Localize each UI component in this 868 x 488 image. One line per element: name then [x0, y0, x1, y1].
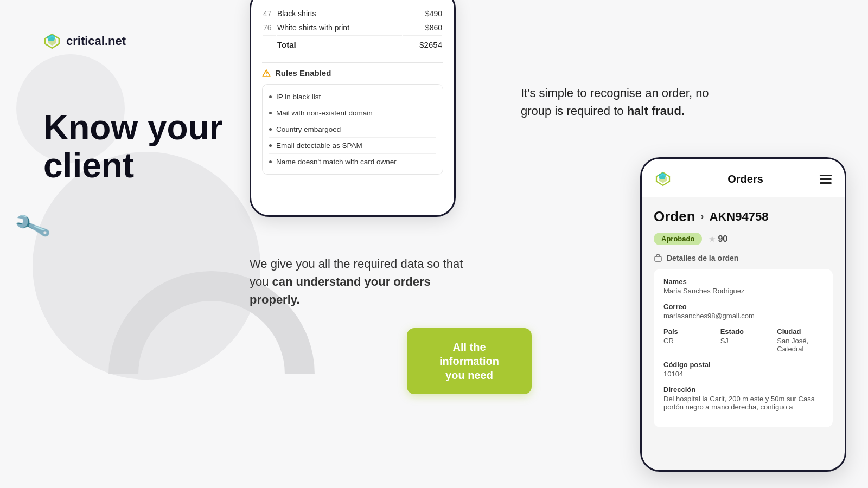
codigo-label: Código postal — [663, 361, 823, 369]
total-empty — [263, 35, 276, 52]
rules-header: Rules Enabled — [262, 68, 443, 78]
order-id: AKN94758 — [710, 210, 769, 224]
correo-value: mariasanches98@gmail.com — [663, 312, 823, 320]
middle-text-paragraph: We give you all the required data so tha… — [250, 255, 467, 309]
pais-value: CR — [663, 337, 710, 345]
status-badge: Aprobado — [654, 233, 702, 245]
table-total-row: Total $2654 — [263, 35, 442, 52]
ciudad-value: San José, Catedral — [777, 337, 823, 353]
cta-button[interactable]: All the information you need — [407, 328, 532, 394]
left-section: Know yourclient — [43, 108, 223, 207]
row-price: $490 — [403, 7, 442, 20]
rule-text: Country embargoed — [276, 125, 341, 133]
phone-header-title: Orders — [727, 173, 763, 185]
right-text-section: It's simple to recognise an order, no gr… — [521, 84, 722, 120]
pais-col: País CR — [663, 328, 710, 353]
hamburger-icon[interactable] — [820, 175, 832, 184]
estado-label: Estado — [720, 328, 767, 336]
detail-field-correo: Correo mariasanches98@gmail.com — [663, 303, 823, 320]
total-label: Total — [277, 35, 402, 52]
detail-card: Names Maria Sanches Rodriguez Correo mar… — [654, 269, 833, 427]
list-item: Email detectable as SPAM — [269, 138, 436, 154]
direccion-value: Del hospital la Carit, 200 m este y 50m … — [663, 395, 823, 411]
star-icon: ★ — [709, 234, 716, 244]
phone-shell-orders: Orders Orden › AKN94758 Aprobado ★ 90 — [640, 157, 846, 472]
ciudad-col: Ciudad San José, Catedral — [777, 328, 823, 353]
section-header: Detalles de la orden — [654, 254, 833, 262]
row-num: 76 — [263, 21, 276, 34]
phone-header-bar: Orders — [642, 159, 845, 197]
row-price: $860 — [403, 21, 442, 34]
detail-row-location: País CR Estado SJ Ciudad San José, Cated… — [663, 328, 823, 353]
bullet-icon — [269, 112, 272, 114]
pais-label: País — [663, 328, 710, 336]
estado-value: SJ — [720, 337, 767, 345]
hamburger-line — [820, 182, 832, 184]
order-title-row: Orden › AKN94758 — [654, 208, 833, 225]
list-item: IP in black list — [269, 89, 436, 105]
cta-line2: you need — [445, 369, 493, 381]
names-value: Maria Sanches Rodriguez — [663, 287, 823, 295]
rules-header-text: Rules Enabled — [275, 68, 331, 78]
main-heading: Know yourclient — [43, 108, 223, 185]
cta-line1: All the information — [439, 341, 499, 367]
bullet-icon — [269, 95, 272, 98]
right-text-paragraph: It's simple to recognise an order, no gr… — [521, 84, 722, 120]
rule-text: IP in black list — [276, 93, 321, 101]
rule-text: Email detectable as SPAM — [276, 142, 362, 150]
svg-rect-9 — [655, 256, 661, 261]
star-rating: ★ 90 — [709, 234, 727, 244]
row-num: 47 — [263, 7, 276, 20]
section-label: Detalles de la orden — [667, 254, 738, 262]
phone-mockup-orders: Orders Orden › AKN94758 Aprobado ★ 90 — [640, 157, 846, 472]
order-table: 47 Black shirts $490 76 White shirts wit… — [262, 6, 443, 53]
divider — [262, 62, 443, 63]
rules-list: IP in black list Mail with non-existent … — [262, 84, 443, 175]
hamburger-line — [820, 178, 832, 180]
detail-field-direccion: Dirección Del hospital la Carit, 200 m e… — [663, 386, 823, 411]
total-value: $2654 — [403, 35, 442, 52]
bag-icon — [654, 254, 662, 262]
estado-col: Estado SJ — [720, 328, 767, 353]
order-label: Orden — [654, 208, 695, 225]
list-item: Mail with non-existent domain — [269, 105, 436, 121]
middle-text-section: We give you all the required data so tha… — [250, 255, 467, 309]
row-item: White shirts with print — [277, 21, 402, 34]
logo-icon — [43, 33, 61, 50]
detail-field-names: Names Maria Sanches Rodriguez — [663, 278, 823, 295]
rule-text: Mail with non-existent domain — [276, 109, 373, 117]
phone-content: Orden › AKN94758 Aprobado ★ 90 Detalles … — [642, 197, 845, 438]
row-item: Black shirts — [277, 7, 402, 20]
table-row: 76 White shirts with print $860 — [263, 21, 442, 34]
direccion-label: Dirección — [663, 386, 823, 394]
list-item: Name doesn't match with card owner — [269, 154, 436, 170]
hamburger-line — [820, 175, 832, 176]
middle-text-bold: can understand your orders properly. — [250, 275, 431, 306]
bullet-icon — [269, 128, 272, 131]
phone-logo-icon — [655, 171, 671, 187]
svg-point-5 — [266, 75, 267, 76]
codigo-value: 10104 — [663, 370, 823, 378]
chevron-right-icon: › — [701, 211, 704, 222]
phone-shell-rules: 47 Black shirts $490 76 White shirts wit… — [250, 0, 456, 217]
correo-label: Correo — [663, 303, 823, 311]
names-label: Names — [663, 278, 823, 286]
phone-mockup-rules: 47 Black shirts $490 76 White shirts wit… — [250, 0, 456, 217]
badge-row: Aprobado ★ 90 — [654, 233, 833, 245]
list-item: Country embargoed — [269, 121, 436, 138]
logo-text: critical.net — [66, 34, 126, 48]
right-text-bold: halt fraud. — [627, 104, 685, 118]
bullet-icon — [269, 144, 272, 147]
rating-value: 90 — [718, 234, 727, 244]
ciudad-label: Ciudad — [777, 328, 823, 336]
bullet-icon — [269, 160, 272, 163]
detail-field-codigo: Código postal 10104 — [663, 361, 823, 378]
table-row: 47 Black shirts $490 — [263, 7, 442, 20]
rule-text: Name doesn't match with card owner — [276, 158, 397, 166]
warning-icon — [262, 69, 271, 78]
logo-area: critical.net — [43, 33, 126, 50]
